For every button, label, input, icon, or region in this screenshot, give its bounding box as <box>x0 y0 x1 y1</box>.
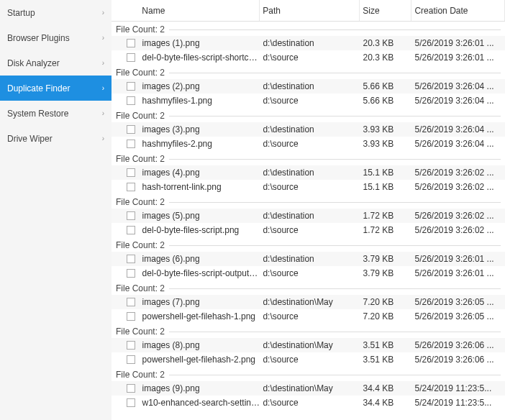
table-row[interactable]: images (2).pngd:\destination5.66 KB5/26/… <box>112 79 505 93</box>
row-checkbox[interactable] <box>127 312 135 321</box>
checkbox-cell <box>112 341 140 350</box>
cell-path: d:\source <box>260 182 360 192</box>
cell-path: d:\destination <box>260 254 360 264</box>
checkbox-cell <box>112 183 140 191</box>
cell-date: 5/26/2019 3:26:01 ... <box>412 38 506 48</box>
sidebar-item-drive-wiper[interactable]: Drive Wiper› <box>0 126 112 151</box>
row-checkbox[interactable] <box>127 298 135 306</box>
group-header: File Count: 2 <box>112 194 505 209</box>
row-checkbox[interactable] <box>127 269 135 278</box>
checkbox-cell <box>112 140 140 148</box>
cell-date: 5/24/2019 11:23:5... <box>412 383 506 393</box>
row-checkbox[interactable] <box>127 398 135 407</box>
row-checkbox[interactable] <box>127 183 135 191</box>
checkbox-cell <box>112 168 140 177</box>
group-header: File Count: 2 <box>112 324 505 338</box>
table-row[interactable]: hashmyfiles-2.pngd:\source3.93 KB5/26/20… <box>112 137 505 151</box>
cell-date: 5/26/2019 3:26:02 ... <box>412 225 506 235</box>
table-row[interactable]: images (9).pngd:\destination\May34.4 KB5… <box>112 381 505 396</box>
row-checkbox[interactable] <box>127 255 135 263</box>
sidebar-item-browser-plugins[interactable]: Browser Plugins› <box>0 25 112 50</box>
cell-date: 5/26/2019 3:26:04 ... <box>412 124 506 134</box>
group-header-label: File Count: 2 <box>116 24 165 35</box>
table-row[interactable]: images (8).pngd:\destination\May3.51 KB5… <box>112 338 505 352</box>
group-header-label: File Count: 2 <box>116 111 165 121</box>
row-checkbox[interactable] <box>127 355 135 364</box>
cell-name: images (9).png <box>140 383 260 393</box>
group-header-label: File Count: 2 <box>116 240 165 250</box>
row-checkbox[interactable] <box>127 125 135 134</box>
table-row[interactable]: images (6).pngd:\destination3.79 KB5/26/… <box>112 252 505 266</box>
sidebar-item-duplicate-finder[interactable]: Duplicate Finder› <box>0 76 112 101</box>
cell-path: d:\destination <box>260 38 360 48</box>
group-divider <box>169 288 501 289</box>
cell-name: images (7).png <box>140 297 260 307</box>
cell-name: images (5).png <box>140 211 260 221</box>
table-row[interactable]: hashmyfiles-1.pngd:\source5.66 KB5/26/20… <box>112 93 505 108</box>
cell-path: d:\destination\May <box>260 383 360 393</box>
cell-name: images (6).png <box>140 254 260 264</box>
cell-size: 1.72 KB <box>360 211 411 221</box>
results-body: File Count: 2images (1).pngd:\destinatio… <box>112 22 505 420</box>
sidebar-item-startup[interactable]: Startup› <box>0 0 112 25</box>
cell-path: d:\source <box>260 398 360 408</box>
cell-path: d:\destination\May <box>260 340 360 350</box>
row-checkbox[interactable] <box>127 226 135 234</box>
table-row[interactable]: powershell-get-filehash-1.pngd:\source7.… <box>112 309 505 324</box>
checkbox-cell <box>112 82 140 91</box>
row-checkbox[interactable] <box>127 39 135 47</box>
cell-size: 1.72 KB <box>360 225 411 235</box>
group-header-label: File Count: 2 <box>116 327 165 337</box>
cell-date: 5/24/2019 11:23:5... <box>412 398 506 408</box>
cell-date: 5/26/2019 3:26:06 ... <box>412 355 506 365</box>
column-header-size[interactable]: Size <box>360 0 411 21</box>
table-row[interactable]: del-0-byte-files-script-shortcut....d:\s… <box>112 50 505 65</box>
table-row[interactable]: del-0-byte-files-script-output.pngd:\sou… <box>112 266 505 280</box>
table-row[interactable]: images (1).pngd:\destination20.3 KB5/26/… <box>112 36 505 50</box>
table-row[interactable]: images (3).pngd:\destination3.93 KB5/26/… <box>112 122 505 137</box>
column-header-name[interactable]: Name <box>139 0 260 21</box>
sidebar-item-disk-analyzer[interactable]: Disk Analyzer› <box>0 50 112 76</box>
checkbox-cell <box>112 255 140 263</box>
checkbox-cell <box>112 398 140 407</box>
cell-name: powershell-get-filehash-2.png <box>140 355 260 365</box>
group-divider <box>169 332 501 332</box>
table-row[interactable]: images (5).pngd:\destination1.72 KB5/26/… <box>112 209 505 223</box>
cell-size: 20.3 KB <box>360 52 411 63</box>
cell-name: hashmyfiles-2.png <box>140 139 260 149</box>
cell-name: hash-torrent-link.png <box>140 182 260 192</box>
cell-path: d:\destination <box>260 211 360 221</box>
sidebar-item-system-restore[interactable]: System Restore› <box>0 101 112 126</box>
cell-name: images (3).png <box>140 124 260 134</box>
column-header-path[interactable]: Path <box>260 0 360 21</box>
table-row[interactable]: del-0-byte-files-script.pngd:\source1.72… <box>112 223 505 237</box>
group-header-label: File Count: 2 <box>116 197 165 207</box>
group-header-label: File Count: 2 <box>116 370 165 380</box>
row-checkbox[interactable] <box>127 168 135 177</box>
sidebar-item-label: Browser Plugins <box>7 33 102 43</box>
row-checkbox[interactable] <box>127 341 135 350</box>
table-row[interactable]: images (4).pngd:\destination15.1 KB5/26/… <box>112 165 505 180</box>
row-checkbox[interactable] <box>127 384 135 393</box>
row-checkbox[interactable] <box>127 211 135 220</box>
cell-path: d:\destination\May <box>260 297 360 307</box>
cell-date: 5/26/2019 3:26:04 ... <box>412 139 506 149</box>
table-row[interactable]: hash-torrent-link.pngd:\source15.1 KB5/2… <box>112 180 505 194</box>
checkbox-cell <box>112 53 140 62</box>
checkbox-cell <box>112 355 140 364</box>
row-checkbox[interactable] <box>127 96 135 105</box>
cell-name: w10-enhanced-search-settings.... <box>140 398 260 408</box>
table-row[interactable]: w10-enhanced-search-settings....d:\sourc… <box>112 396 505 410</box>
cell-name: images (1).png <box>140 38 260 48</box>
row-checkbox[interactable] <box>127 82 135 91</box>
chevron-right-icon: › <box>102 34 104 42</box>
column-header-date[interactable]: Creation Date <box>411 0 505 21</box>
table-row[interactable]: powershell-get-filehash-2.pngd:\source3.… <box>112 352 505 367</box>
row-checkbox[interactable] <box>127 140 135 148</box>
cell-name: images (8).png <box>140 340 260 350</box>
table-row[interactable]: images (7).pngd:\destination\May7.20 KB5… <box>112 295 505 309</box>
cell-size: 7.20 KB <box>360 297 411 307</box>
group-divider <box>169 202 501 203</box>
row-checkbox[interactable] <box>127 53 135 62</box>
cell-name: images (2).png <box>140 81 260 91</box>
